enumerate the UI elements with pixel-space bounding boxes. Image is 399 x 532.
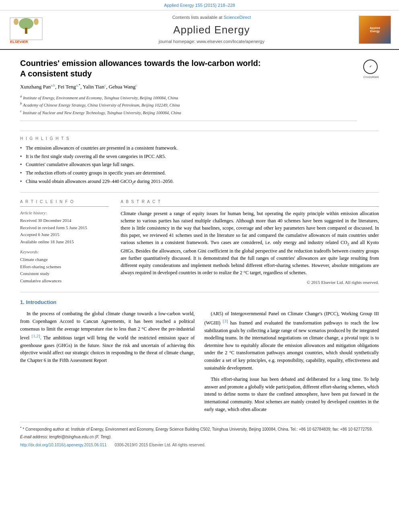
journal-homepage: journal homepage: www.elsevier.com/locat… (72, 39, 351, 45)
article-title-area: Countries' emission allowances towards t… (20, 58, 357, 126)
intro-right-para-1: (AR5) of Intergovernmental Panel on Clim… (204, 310, 379, 372)
sciencedirect-line: Contents lists available at ScienceDirec… (72, 14, 351, 21)
svg-point-1 (19, 18, 33, 29)
intro-right-para-2: This effort-sharing issue has been debat… (204, 376, 379, 413)
footnote-email: E-mail address: tengfei@tsinghua.edu.cn … (20, 434, 379, 440)
keyword-2: Effort-sharing schemes (20, 264, 109, 270)
main-content: Countries' emission allowances towards t… (0, 50, 399, 456)
author-4: Gehua Wang (109, 84, 136, 90)
svg-text:ELSEVIER: ELSEVIER (10, 40, 28, 44)
date-online: Available online 18 June 2015 (20, 239, 109, 245)
section-title: 1. Introduction (20, 299, 379, 306)
highlight-item-1: The emission allowances of countries are… (20, 145, 379, 152)
abstract-text: Climate change present a range of equity… (121, 210, 379, 276)
highlight-item-5: China would obtain allowances around 229… (20, 178, 379, 186)
authors-line: Xunzhang Pana,b, Fei Tenga,*, Yalin Tian… (20, 83, 357, 91)
crossmark-badge: ✓ CrossMark (363, 60, 379, 79)
highlight-item-3: Countries' cumulative allowances span la… (20, 161, 379, 168)
affiliation-a: a Institute of Energy, Environment and E… (20, 94, 357, 101)
abstract-label: A B S T R A C T (121, 199, 379, 207)
svg-rect-2 (25, 28, 27, 34)
header-logo-area: ELSEVIER (8, 16, 72, 44)
article-history-label: Article history: (20, 210, 109, 216)
keyword-1: Climate change (20, 257, 109, 263)
svg-point-4 (34, 18, 39, 25)
keywords-label: Keywords: (20, 249, 109, 255)
highlight-item-4: The reduction efforts of country groups … (20, 170, 379, 177)
footnote-corresponding: * * Corresponding author at: Institute o… (20, 425, 379, 432)
date-accepted: Accepted 6 June 2015 (20, 232, 109, 238)
doi-link[interactable]: http://dx.doi.org/10.1016/j.apenergy.201… (20, 442, 107, 448)
article-info-abstract-section: A R T I C L E I N F O Article history: R… (20, 199, 379, 292)
page: Applied Energy 155 (2015) 218–228 ELSEVI… (0, 0, 399, 532)
sciencedirect-link[interactable]: ScienceDirect (224, 15, 251, 20)
header-right: AppliedEnergy (351, 16, 391, 44)
crossmark-label: CrossMark (363, 75, 379, 79)
footer-links: http://dx.doi.org/10.1016/j.apenergy.201… (20, 442, 379, 448)
abstract-col: A B S T R A C T Climate change present a… (121, 199, 379, 286)
article-title: Countries' emission allowances towards t… (20, 58, 357, 79)
highlight-item-2: It is the first single study covering al… (20, 153, 379, 160)
journal-ref-text: Applied Energy 155 (2015) 218–228 (164, 3, 235, 8)
author-2: Fei Teng (58, 84, 76, 90)
keyword-3: Consistent study (20, 271, 109, 277)
affiliation-b: b Academy of Chinese Energy Strategy, Ch… (20, 101, 357, 108)
author-1: Xunzhang Pan (20, 84, 51, 90)
date-revised: Received in revised form 5 June 2015 (20, 225, 109, 231)
intro-body: In the process of combating the global c… (20, 310, 379, 417)
article-title-section: Countries' emission allowances towards t… (20, 58, 379, 131)
intro-para-1: In the process of combating the global c… (20, 310, 195, 364)
article-info-label: A R T I C L E I N F O (20, 199, 109, 207)
date-received: Received 30 December 2014 (20, 218, 109, 224)
article-info-col: A R T I C L E I N F O Article history: R… (20, 199, 109, 286)
page-footer: * * Corresponding author at: Institute o… (20, 422, 379, 448)
keyword-4: Cumulative allowances (20, 278, 109, 284)
elsevier-logo: ELSEVIER (8, 16, 64, 44)
abstract-copyright: © 2015 Elsevier Ltd. All rights reserved… (121, 279, 379, 286)
highlights-label: H I G H L I G H T S (20, 136, 379, 142)
affiliations: a Institute of Energy, Environment and E… (20, 94, 357, 121)
introduction-section: 1. Introduction In the process of combat… (20, 299, 379, 417)
issn-text: 0306-2619/© 2015 Elsevier Ltd. All right… (115, 442, 206, 448)
crossmark-icon: ✓ (363, 60, 378, 74)
journal-title: Applied Energy (72, 23, 351, 37)
journal-badge: AppliedEnergy (359, 16, 391, 44)
intro-left-col: In the process of combating the global c… (20, 310, 195, 417)
svg-point-3 (14, 18, 19, 25)
intro-right-col: (AR5) of Intergovernmental Panel on Clim… (204, 310, 379, 417)
highlights-section: H I G H L I G H T S The emission allowan… (20, 136, 379, 193)
affiliation-c: c Institute of Nuclear and New Energy Te… (20, 109, 357, 116)
journal-ref-bar: Applied Energy 155 (2015) 218–228 (0, 0, 399, 10)
header-center: Contents lists available at ScienceDirec… (72, 14, 351, 45)
journal-header: ELSEVIER Contents lists available at Sci… (0, 10, 399, 49)
author-3: Yalin Tian (83, 84, 105, 90)
badge-text: AppliedEnergy (370, 27, 380, 33)
